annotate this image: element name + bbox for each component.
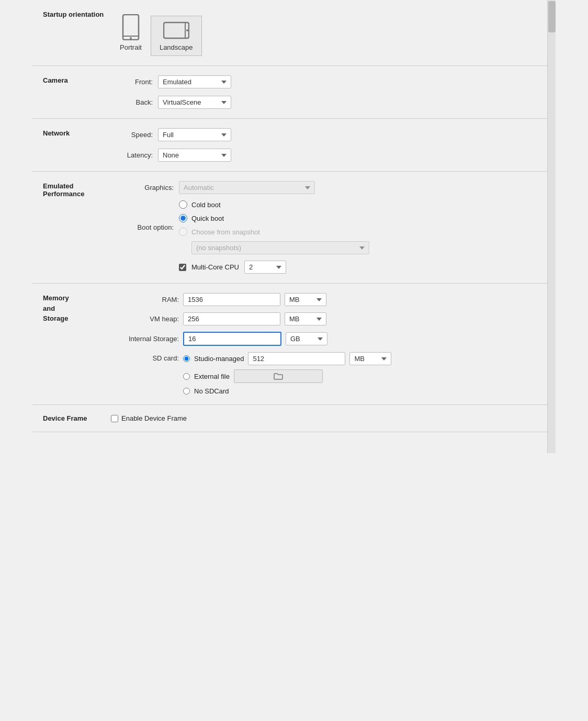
scrollbar[interactable] (547, 0, 556, 453)
enable-device-frame-text: Enable Device Frame (121, 414, 187, 422)
snapshot-label: Choose from snapshot (191, 228, 260, 236)
ram-label: RAM: (111, 296, 179, 303)
studio-managed-row: Studio-managed MB GB (183, 352, 391, 365)
multicore-row: Multi-Core CPU 1 2 4 8 (111, 261, 545, 274)
cold-boot-label[interactable]: Cold boot (191, 201, 221, 209)
emulated-performance-label: Emulated Performance (43, 181, 111, 198)
scrollbar-thumb[interactable] (548, 1, 556, 32)
camera-front-select[interactable]: Emulated None Webcam0 (158, 75, 231, 88)
snapshots-dropdown-row: (no snapshots) (191, 241, 369, 254)
camera-back-label: Back: (111, 98, 153, 106)
camera-content: Front: Emulated None Webcam0 Back: Virtu… (111, 75, 545, 109)
camera-front-label: Front: (111, 78, 153, 86)
no-sdcard-label[interactable]: No SDCard (194, 387, 229, 395)
sd-unit-select[interactable]: MB GB (349, 352, 391, 365)
multicore-count-select[interactable]: 1 2 4 8 (244, 261, 286, 274)
enable-device-frame-label[interactable]: Enable Device Frame (111, 414, 187, 422)
internal-storage-input[interactable] (183, 332, 281, 346)
graphics-row: Graphics: Automatic Software Hardware (111, 181, 545, 194)
bottom-strip (32, 432, 556, 453)
multicore-label[interactable]: Multi-Core CPU (191, 263, 239, 271)
graphics-label: Graphics: (111, 184, 174, 191)
cold-boot-radio[interactable] (179, 200, 187, 209)
startup-orientation-label: Startup orientation (43, 9, 111, 18)
boot-option-row: Boot option: Cold boot Quick boot Choose… (111, 200, 545, 254)
network-latency-select[interactable]: None GPRS UMTS (158, 149, 231, 162)
memory-storage-label: MemoryandStorage (43, 293, 111, 324)
enable-device-frame-checkbox[interactable] (111, 415, 118, 422)
camera-back-row: Back: VirtualScene None Emulated Webcam0 (111, 96, 545, 109)
camera-section: Camera Front: Emulated None Webcam0 Back… (32, 66, 556, 119)
internal-storage-unit-select[interactable]: MB GB (286, 332, 327, 345)
vmheap-label: VM heap: (111, 315, 179, 323)
boot-option-label: Boot option: (111, 223, 174, 231)
quick-boot-label[interactable]: Quick boot (191, 215, 224, 222)
snapshots-select[interactable]: (no snapshots) (191, 241, 369, 254)
portrait-label: Portrait (120, 43, 142, 51)
snapshot-row: Choose from snapshot (179, 228, 369, 236)
sdcard-label: SD card: (111, 352, 179, 362)
network-speed-label: Speed: (111, 131, 153, 139)
memory-content: RAM: MB GB VM heap: MB GB Internal Stora… (111, 293, 545, 395)
quick-boot-row: Quick boot (179, 214, 369, 222)
network-content: Speed: Full HSDPA UMTS EDGE GPRS HSPAP L… (111, 128, 545, 162)
network-speed-row: Speed: Full HSDPA UMTS EDGE GPRS HSPAP L… (111, 128, 545, 141)
ram-input[interactable] (183, 293, 280, 306)
sdcard-content: Studio-managed MB GB External file (183, 352, 391, 395)
landscape-label: Landscape (160, 43, 193, 51)
emulated-performance-section: Emulated Performance Graphics: Automatic… (32, 172, 556, 284)
no-sdcard-row: No SDCard (183, 387, 391, 395)
studio-managed-radio[interactable] (183, 355, 190, 362)
external-file-radio[interactable] (183, 373, 190, 380)
internal-storage-label: Internal Storage: (111, 335, 179, 343)
camera-back-select[interactable]: VirtualScene None Emulated Webcam0 (158, 96, 231, 109)
svg-point-2 (130, 37, 132, 39)
studio-managed-label[interactable]: Studio-managed (194, 355, 244, 363)
startup-orientation-section: Startup orientation Portrait (32, 0, 556, 66)
network-speed-select[interactable]: Full HSDPA UMTS EDGE GPRS HSPAP LTE (158, 128, 231, 141)
portrait-button[interactable]: Portrait (111, 9, 151, 56)
device-frame-section: Device Frame Enable Device Frame (32, 405, 556, 432)
vmheap-row: VM heap: MB GB (111, 312, 545, 325)
sd-size-input[interactable] (248, 352, 345, 365)
network-section: Network Speed: Full HSDPA UMTS EDGE GPRS… (32, 119, 556, 172)
network-label: Network (43, 128, 111, 137)
graphics-select[interactable]: Automatic Software Hardware (179, 181, 315, 194)
multicore-checkbox[interactable] (179, 264, 186, 271)
network-latency-label: Latency: (111, 151, 153, 159)
vmheap-unit-select[interactable]: MB GB (285, 312, 326, 325)
snapshot-radio[interactable] (179, 228, 187, 236)
settings-panel: Startup orientation Portrait (32, 0, 556, 453)
perf-content: Graphics: Automatic Software Hardware Bo… (111, 181, 545, 274)
device-frame-content: Enable Device Frame (111, 414, 187, 422)
ram-unit-select[interactable]: MB GB (285, 293, 326, 306)
orientation-content: Portrait Landscape (111, 9, 545, 56)
external-file-label[interactable]: External file (194, 373, 230, 380)
no-sdcard-radio[interactable] (183, 388, 190, 395)
network-latency-row: Latency: None GPRS UMTS (111, 149, 545, 162)
vmheap-input[interactable] (183, 312, 280, 325)
quick-boot-radio[interactable] (179, 214, 187, 222)
portrait-icon (121, 14, 141, 40)
device-frame-label: Device Frame (43, 414, 111, 422)
boot-option-group: Cold boot Quick boot Choose from snapsho… (179, 200, 369, 254)
orientation-buttons: Portrait Landscape (111, 9, 545, 56)
external-file-browse-button[interactable] (234, 369, 323, 383)
cold-boot-row: Cold boot (179, 200, 369, 209)
external-file-row: External file (183, 369, 391, 383)
internal-storage-row: Internal Storage: MB GB (111, 332, 545, 346)
camera-front-row: Front: Emulated None Webcam0 (111, 75, 545, 88)
sdcard-row: SD card: Studio-managed MB GB External f… (111, 352, 545, 395)
camera-label: Camera (43, 75, 111, 84)
landscape-icon (163, 20, 189, 40)
ram-row: RAM: MB GB (111, 293, 545, 306)
folder-icon (274, 373, 283, 380)
svg-point-5 (186, 29, 188, 31)
memory-storage-section: MemoryandStorage RAM: MB GB VM heap: MB … (32, 284, 556, 405)
landscape-button[interactable]: Landscape (151, 16, 202, 56)
